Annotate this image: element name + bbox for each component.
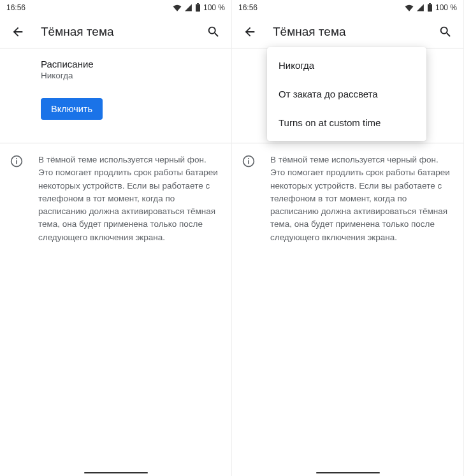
dropdown-item-never[interactable]: Никогда xyxy=(267,51,426,80)
arrow-back-icon xyxy=(243,25,257,39)
schedule-row[interactable]: Расписание Никогда xyxy=(41,59,221,80)
signal-icon xyxy=(184,4,192,11)
appbar: Тёмная тема xyxy=(0,15,231,48)
info-icon xyxy=(242,155,255,168)
battery-percent: 100 % xyxy=(435,3,457,12)
back-button[interactable] xyxy=(6,20,29,43)
arrow-back-icon xyxy=(11,25,25,39)
schedule-dropdown: Никогда От заката до рассвета Turns on a… xyxy=(267,47,426,141)
svg-rect-0 xyxy=(196,4,200,11)
appbar: Тёмная тема xyxy=(232,15,463,48)
svg-rect-3 xyxy=(16,160,17,164)
search-button[interactable] xyxy=(434,20,457,43)
search-icon xyxy=(207,25,221,39)
signal-icon xyxy=(416,4,424,11)
home-indicator[interactable] xyxy=(84,472,148,474)
page-title: Тёмная тема xyxy=(273,25,434,39)
back-button[interactable] xyxy=(238,20,261,43)
status-icons: 100 % xyxy=(405,3,457,12)
svg-rect-9 xyxy=(248,158,249,159)
svg-rect-8 xyxy=(248,160,249,164)
battery-icon xyxy=(427,3,433,12)
dropdown-item-custom[interactable]: Turns on at custom time xyxy=(267,108,426,137)
phone-right: 16:56 100 % Тёмная тема Расписание Никог… xyxy=(232,0,464,476)
battery-percent: 100 % xyxy=(203,3,225,12)
phone-left: 16:56 100 % Тёмная тема Расписание Никог… xyxy=(0,0,232,476)
info-row: В тёмной теме используется черный фон. Э… xyxy=(232,143,463,254)
schedule-value: Никогда xyxy=(41,71,221,80)
status-time: 16:56 xyxy=(238,3,257,12)
info-row: В тёмной теме используется черный фон. Э… xyxy=(0,143,231,254)
status-bar: 16:56 100 % xyxy=(0,0,231,15)
svg-rect-4 xyxy=(16,158,17,159)
wifi-icon xyxy=(405,4,414,11)
page-title: Тёмная тема xyxy=(41,25,202,39)
search-button[interactable] xyxy=(202,20,225,43)
dropdown-item-sunset[interactable]: От заката до рассвета xyxy=(267,80,426,108)
status-time: 16:56 xyxy=(6,3,25,12)
info-text: В тёмной теме используется черный фон. Э… xyxy=(38,154,221,244)
svg-rect-6 xyxy=(429,3,431,4)
search-icon xyxy=(439,25,453,39)
enable-button[interactable]: Включить xyxy=(41,98,103,120)
info-icon xyxy=(10,155,23,168)
schedule-label: Расписание xyxy=(41,59,221,69)
info-text: В тёмной теме используется черный фон. Э… xyxy=(270,154,453,244)
svg-rect-1 xyxy=(197,3,199,4)
status-bar: 16:56 100 % xyxy=(232,0,463,15)
svg-rect-5 xyxy=(428,4,432,11)
home-indicator[interactable] xyxy=(316,472,380,474)
battery-icon xyxy=(195,3,201,12)
content-area: Расписание Никогда Включить xyxy=(0,48,231,130)
status-icons: 100 % xyxy=(173,3,225,12)
wifi-icon xyxy=(173,4,182,11)
